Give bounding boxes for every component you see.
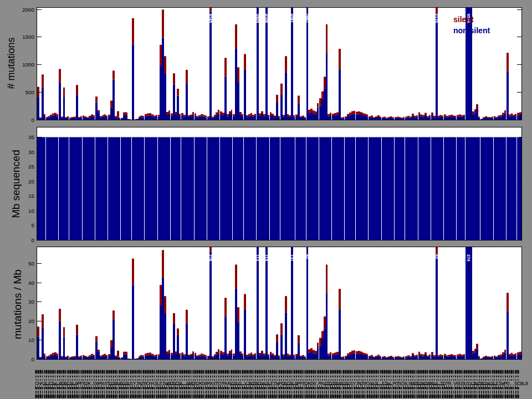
- svg-text:50: 50: [28, 260, 34, 267]
- svg-text:silent: silent: [453, 15, 474, 24]
- svg-text:274: 274: [466, 254, 471, 262]
- svg-text:131: 131: [289, 254, 294, 262]
- svg-text:113: 113: [255, 254, 260, 261]
- svg-text:9745: 9745: [208, 14, 213, 23]
- svg-text:20: 20: [28, 318, 34, 324]
- svg-text:1000: 1000: [22, 62, 34, 68]
- svg-text:Mb sequenced: Mb sequenced: [10, 150, 22, 218]
- svg-text:5: 5: [32, 222, 35, 228]
- svg-text:4581: 4581: [289, 14, 294, 23]
- svg-text:3959: 3959: [255, 14, 260, 23]
- svg-text:0: 0: [32, 356, 35, 362]
- svg-text:2887: 2887: [305, 14, 310, 23]
- svg-text:0: 0: [32, 117, 35, 123]
- svg-text:15: 15: [28, 193, 34, 199]
- svg-text:40: 40: [28, 280, 34, 286]
- svg-text:25: 25: [28, 163, 34, 170]
- svg-text:2170: 2170: [434, 14, 439, 23]
- svg-text:10: 10: [28, 337, 34, 343]
- svg-text:# mutations: # mutations: [6, 37, 17, 89]
- svg-text:82: 82: [305, 254, 310, 259]
- svg-text:0: 0: [32, 237, 35, 243]
- svg-text:62: 62: [434, 254, 439, 259]
- svg-text:35: 35: [28, 134, 34, 140]
- svg-text:119: 119: [264, 254, 269, 261]
- svg-text:4168: 4168: [264, 14, 269, 23]
- svg-text:2000: 2000: [22, 7, 34, 13]
- svg-text:non silent: non silent: [453, 26, 490, 35]
- svg-text:278: 278: [208, 254, 213, 262]
- svg-text:10: 10: [28, 208, 34, 214]
- svg-text:30: 30: [28, 299, 34, 305]
- svg-text:30: 30: [28, 149, 34, 155]
- svg-text:20: 20: [28, 178, 34, 185]
- svg-text:500: 500: [25, 89, 35, 95]
- svg-text:mutations / Mb: mutations / Mb: [12, 269, 23, 339]
- svg-text:1500: 1500: [22, 34, 34, 40]
